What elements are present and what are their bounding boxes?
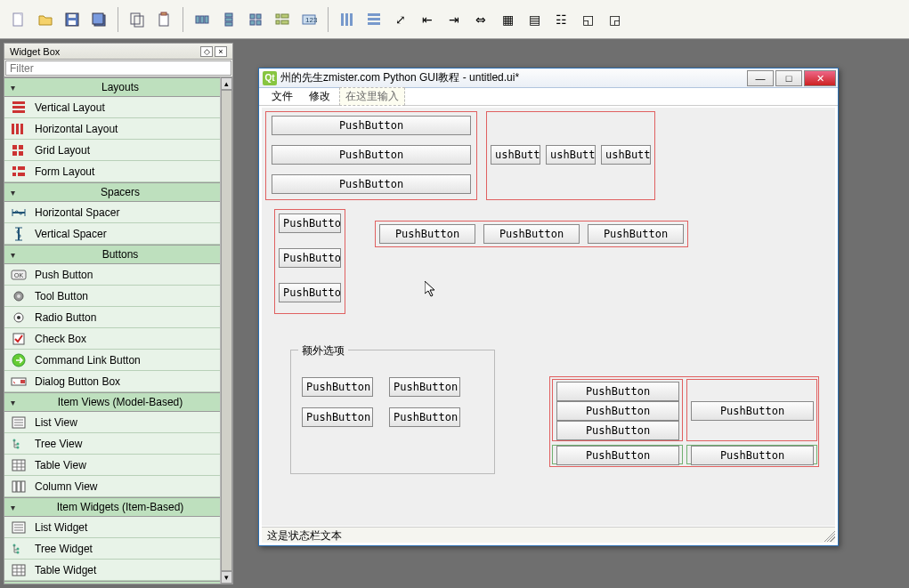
push-button[interactable]: ushButton (601, 145, 651, 165)
widget-list-widget[interactable]: List Widget (4, 517, 220, 538)
form-shrink-icon[interactable]: ◱ (576, 8, 599, 31)
size-grip-icon[interactable] (821, 528, 835, 542)
widget-table-widget[interactable]: Table Widget (4, 560, 220, 581)
widget-horizontal-layout[interactable]: Horizontal Layout (4, 118, 220, 140)
stack-icon[interactable]: ☷ (549, 8, 572, 31)
adjust-right-icon[interactable]: ⇥ (442, 8, 466, 31)
svg-rect-70 (17, 481, 20, 492)
widget-box-scrollbar[interactable]: ▴ ▾ (220, 77, 232, 584)
group-box[interactable]: 额外选项 PushButton PushButton PushButton Pu… (290, 350, 495, 474)
tab-order-icon[interactable]: 123 (297, 8, 321, 31)
widget-dialog-button-box[interactable]: Dialog Button Box (4, 371, 220, 392)
widget-check-box[interactable]: Check Box (4, 328, 220, 350)
widget-tree-view[interactable]: Tree View (4, 433, 220, 455)
category-item-widgets[interactable]: ▾ Item Widgets (Item-Based) (4, 497, 220, 517)
dlgbtnbox-icon (10, 375, 28, 389)
svg-rect-15 (225, 18, 232, 21)
push-button[interactable]: PushButton (272, 145, 471, 165)
layout-grid-icon[interactable] (244, 8, 267, 31)
widget-form-layout[interactable]: Form Layout (4, 161, 220, 182)
hsplit-icon[interactable] (336, 8, 359, 31)
vertical-layout-box-3[interactable]: PushButton PushButton PushButton (552, 379, 683, 441)
preview-titlebar[interactable]: Qt 州的先生zmister.com Python GUI教程 - untitl… (259, 68, 838, 88)
form-layout-box-1[interactable]: PushButton (552, 445, 683, 464)
widget-push-button[interactable]: OK Push Button (4, 264, 220, 286)
push-button[interactable]: ushButton (546, 145, 596, 165)
minimize-icon[interactable]: — (747, 70, 774, 86)
new-icon[interactable] (7, 8, 30, 31)
category-buttons[interactable]: ▾ Buttons (4, 245, 220, 264)
push-button[interactable]: ushButton (491, 145, 540, 165)
push-button[interactable]: PushButton (389, 377, 460, 397)
category-layouts[interactable]: ▾ Layouts (4, 77, 220, 97)
open-icon[interactable] (34, 8, 57, 31)
dock-float-icon[interactable]: ◇ (200, 46, 213, 57)
layout-form-icon[interactable] (271, 8, 294, 31)
widget-table-view[interactable]: Table View (4, 455, 220, 476)
menu-edit[interactable]: 修改 (302, 87, 337, 106)
adjust-size-icon[interactable]: ⇔ (469, 8, 492, 31)
vertical-layout-box[interactable]: PushButton PushButton PushButton (265, 111, 477, 200)
push-button[interactable]: PushButton (379, 224, 475, 244)
widget-horizontal-spacer[interactable]: Horizontal Spacer (4, 202, 220, 223)
widget-command-link-button[interactable]: Command Link Button (4, 350, 220, 371)
push-button[interactable]: PushButton (389, 407, 460, 427)
horizontal-layout-box-2[interactable]: PushButton PushButton PushButton (375, 221, 688, 247)
category-containers[interactable]: ▾ Containers (4, 581, 220, 584)
push-button[interactable]: PushButton (279, 213, 341, 233)
save-icon[interactable] (61, 8, 84, 31)
menu-type-here[interactable]: 在这里输入 (339, 87, 405, 106)
push-button[interactable]: PushButton (272, 174, 471, 194)
widget-tool-button[interactable]: Tool Button (4, 286, 220, 307)
svg-rect-4 (69, 14, 76, 18)
push-button[interactable]: PushButton (556, 382, 679, 401)
horizontal-layout-box[interactable]: ushButton ushButton ushButton (486, 111, 655, 200)
grid-6-icon[interactable]: ▤ (523, 8, 546, 31)
copy-icon[interactable] (126, 8, 149, 31)
svg-rect-32 (368, 22, 380, 25)
adjust-left-icon[interactable]: ⇤ (416, 8, 439, 31)
save-all-icon[interactable] (87, 8, 110, 31)
menu-file[interactable]: 文件 (264, 87, 300, 106)
vertical-layout-box-2[interactable]: PushButton PushButton PushButton (274, 209, 345, 314)
widget-vertical-spacer[interactable]: Vertical Spacer (4, 223, 220, 245)
push-button[interactable]: PushButton (272, 116, 471, 135)
widget-filter-input[interactable] (5, 60, 231, 76)
category-spacers[interactable]: ▾ Spacers (4, 182, 220, 202)
close-icon[interactable]: ✕ (804, 70, 836, 86)
widget-list-view[interactable]: List View (4, 412, 220, 433)
grid-layout-box[interactable]: PushButton PushButton PushButton PushBut… (549, 376, 819, 467)
push-button[interactable]: PushButton (556, 421, 679, 440)
paste-icon[interactable] (152, 8, 175, 31)
widget-vertical-layout[interactable]: Vertical Layout (4, 97, 220, 118)
form-expand-icon[interactable]: ◲ (603, 8, 626, 31)
push-button[interactable]: PushButton (588, 224, 684, 244)
widget-tree-widget[interactable]: Tree Widget (4, 538, 220, 560)
push-button[interactable]: PushButton (691, 401, 814, 421)
break-layout-icon[interactable]: ⤢ (389, 8, 412, 31)
widget-grid-layout[interactable]: Grid Layout (4, 140, 220, 161)
push-button[interactable]: PushButton (691, 446, 814, 465)
widget-column-view[interactable]: Column View (4, 476, 220, 497)
scroll-up-icon[interactable]: ▴ (221, 77, 232, 90)
maximize-icon[interactable]: □ (775, 70, 802, 86)
layout-h-icon[interactable] (191, 8, 214, 31)
push-button[interactable]: PushButton (279, 283, 341, 302)
push-button[interactable]: PushButton (483, 224, 580, 244)
scroll-down-icon[interactable]: ▾ (221, 571, 232, 584)
form-canvas[interactable]: PushButton PushButton PushButton ushButt… (262, 108, 835, 526)
scroll-thumb[interactable] (221, 90, 232, 571)
push-button[interactable]: PushButton (279, 248, 341, 268)
vsplit-icon[interactable] (362, 8, 386, 31)
layout-v-icon[interactable] (217, 8, 240, 31)
form-layout-box-2[interactable]: PushButton (686, 445, 817, 464)
push-button[interactable]: PushButton (302, 407, 373, 427)
grid-4-icon[interactable]: ▦ (496, 8, 519, 31)
push-button[interactable]: PushButton (556, 401, 679, 421)
widget-radio-button[interactable]: Radio Button (4, 307, 220, 328)
vertical-layout-box-4[interactable]: PushButton (686, 379, 817, 441)
push-button[interactable]: PushButton (556, 446, 679, 465)
push-button[interactable]: PushButton (302, 377, 373, 397)
dock-close-icon[interactable]: × (215, 46, 227, 57)
category-item-views[interactable]: ▾ Item Views (Model-Based) (4, 392, 220, 412)
